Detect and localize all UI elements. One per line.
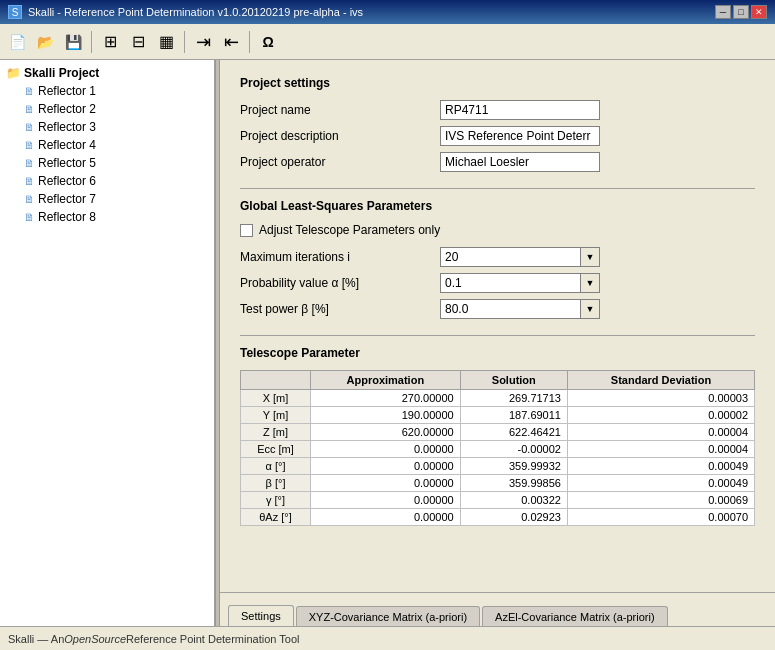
sidebar: 📁 Skalli Project 🗎 Reflector 1 🗎 Reflect… [0,60,215,626]
table-cell-label: β [°] [241,475,311,492]
sidebar-root[interactable]: 📁 Skalli Project [4,64,210,82]
open-file-button[interactable]: 📂 [32,29,58,55]
project-settings-title: Project settings [240,76,755,90]
max-iter-dropdown-btn[interactable]: ▼ [580,247,600,267]
toolbar-separator-3 [249,31,250,53]
global-params-section: Global Least-Squares Parameters Adjust T… [240,199,755,319]
sidebar-item-reflector-7[interactable]: 🗎 Reflector 7 [4,190,210,208]
status-bar: Skalli — An OpenSource Reference Point D… [0,626,775,650]
export-button[interactable]: ⇥ [190,29,216,55]
table-cell-approx: 190.00000 [311,407,461,424]
table-cell-label: γ [°] [241,492,311,509]
project-operator-input[interactable] [440,152,600,172]
telescope-title: Telescope Parameter [240,346,755,360]
app-icon: S [8,5,22,19]
max-iter-label: Maximum iterations i [240,250,440,264]
tab-0[interactable]: Settings [228,605,294,626]
tab-2[interactable]: AzEl-Covariance Matrix (a-priori) [482,606,668,626]
tab-1[interactable]: XYZ-Covariance Matrix (a-priori) [296,606,480,626]
new-file-button[interactable]: 📄 [4,29,30,55]
project-operator-label: Project operator [240,155,440,169]
table-cell-label: Z [m] [241,424,311,441]
file-icon-1: 🗎 [24,85,35,97]
prob-label: Probability value α [%] [240,276,440,290]
grid-view-button[interactable]: ⊞ [97,29,123,55]
project-name-input[interactable] [440,100,600,120]
project-description-input[interactable] [440,126,600,146]
table-cell-solution: -0.00002 [460,441,567,458]
grid-view2-button[interactable]: ⊟ [125,29,151,55]
table-cell-solution: 0.00322 [460,492,567,509]
minimize-button[interactable]: ─ [715,5,731,19]
table-cell-approx: 620.00000 [311,424,461,441]
table-cell-std-dev: 0.00069 [567,492,754,509]
test-power-dropdown-btn[interactable]: ▼ [580,299,600,319]
sidebar-item-label-5: Reflector 5 [38,156,96,170]
table-cell-solution: 187.69011 [460,407,567,424]
table-cell-approx: 0.00000 [311,509,461,526]
sidebar-item-label-8: Reflector 8 [38,210,96,224]
prob-input[interactable] [440,273,580,293]
table-header-std-dev: Standard Deviation [567,371,754,390]
adjust-telescope-label: Adjust Telescope Parameters only [259,223,440,237]
table-cell-std-dev: 0.00002 [567,407,754,424]
adjust-telescope-checkbox[interactable] [240,224,253,237]
table-cell-approx: 270.00000 [311,390,461,407]
table-header-solution: Solution [460,371,567,390]
omega-button[interactable]: Ω [255,29,281,55]
grid-view3-button[interactable]: ▦ [153,29,179,55]
window-controls: ─ □ ✕ [715,5,767,19]
file-icon-8: 🗎 [24,211,35,223]
toolbar: 📄 📂 💾 ⊞ ⊟ ▦ ⇥ ⇤ Ω [0,24,775,60]
table-header-approx: Approximation [311,371,461,390]
table-cell-std-dev: 0.00003 [567,390,754,407]
maximize-button[interactable]: □ [733,5,749,19]
sidebar-item-reflector-6[interactable]: 🗎 Reflector 6 [4,172,210,190]
global-params-title: Global Least-Squares Parameters [240,199,755,213]
save-file-button[interactable]: 💾 [60,29,86,55]
import-button[interactable]: ⇤ [218,29,244,55]
toolbar-separator-2 [184,31,185,53]
close-button[interactable]: ✕ [751,5,767,19]
divider-1 [240,188,755,189]
prob-dropdown-btn[interactable]: ▼ [580,273,600,293]
toolbar-separator-1 [91,31,92,53]
table-cell-solution: 359.99856 [460,475,567,492]
table-cell-solution: 622.46421 [460,424,567,441]
sidebar-item-reflector-8[interactable]: 🗎 Reflector 8 [4,208,210,226]
table-row: Ecc [m] 0.00000 -0.00002 0.00004 [241,441,755,458]
project-name-row: Project name [240,100,755,120]
sidebar-item-label-3: Reflector 3 [38,120,96,134]
telescope-table: Approximation Solution Standard Deviatio… [240,370,755,526]
max-iter-input[interactable] [440,247,580,267]
file-icon-5: 🗎 [24,157,35,169]
sidebar-item-label-1: Reflector 1 [38,84,96,98]
table-cell-solution: 269.71713 [460,390,567,407]
sidebar-item-reflector-3[interactable]: 🗎 Reflector 3 [4,118,210,136]
prob-select: ▼ [440,273,600,293]
sidebar-item-reflector-1[interactable]: 🗎 Reflector 1 [4,82,210,100]
sidebar-item-reflector-2[interactable]: 🗎 Reflector 2 [4,100,210,118]
max-iter-row: Maximum iterations i ▼ [240,247,755,267]
project-description-row: Project description [240,126,755,146]
status-text-suffix: Reference Point Determination Tool [126,633,299,645]
table-cell-approx: 0.00000 [311,441,461,458]
test-power-select: ▼ [440,299,600,319]
divider-2 [240,335,755,336]
table-cell-solution: 359.99932 [460,458,567,475]
project-description-label: Project description [240,129,440,143]
sidebar-item-reflector-5[interactable]: 🗎 Reflector 5 [4,154,210,172]
table-cell-approx: 0.00000 [311,458,461,475]
table-cell-approx: 0.00000 [311,492,461,509]
test-power-input[interactable] [440,299,580,319]
table-row: X [m] 270.00000 269.71713 0.00003 [241,390,755,407]
prob-row: Probability value α [%] ▼ [240,273,755,293]
sidebar-item-reflector-4[interactable]: 🗎 Reflector 4 [4,136,210,154]
project-name-label: Project name [240,103,440,117]
table-row: α [°] 0.00000 359.99932 0.00049 [241,458,755,475]
table-cell-std-dev: 0.00049 [567,475,754,492]
status-text-prefix: Skalli — An [8,633,64,645]
adjust-telescope-checkbox-row: Adjust Telescope Parameters only [240,223,755,237]
table-cell-std-dev: 0.00049 [567,458,754,475]
table-row: β [°] 0.00000 359.99856 0.00049 [241,475,755,492]
